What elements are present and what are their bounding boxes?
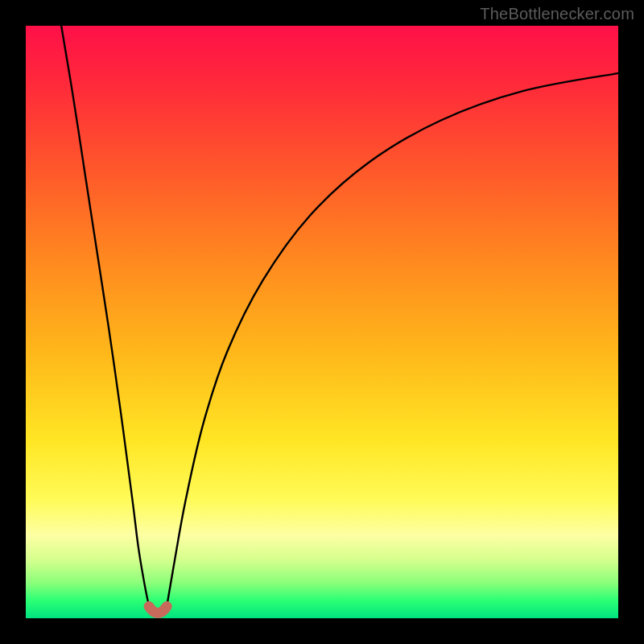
outer-frame: TheBottlenecker.com — [0, 0, 644, 644]
chart-svg — [26, 26, 618, 618]
credit-text: TheBottlenecker.com — [480, 5, 634, 23]
gradient-background — [26, 26, 618, 618]
plot-area — [26, 26, 618, 618]
